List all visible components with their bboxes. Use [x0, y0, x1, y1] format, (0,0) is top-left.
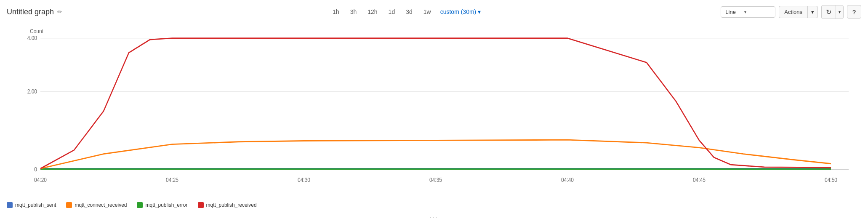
y-tick-4: 4.00 [27, 35, 37, 41]
custom-arrow: ▾ [478, 8, 481, 15]
legend-item-sent: mqtt_publish_sent [7, 202, 56, 208]
help-icon: ? [852, 8, 856, 16]
title-area: Untitled graph ✏ [7, 8, 91, 16]
chart-svg: Count 4.00 2.00 0 04:20 04:25 04:30 04:3… [7, 24, 861, 199]
time-range-area: 1h 3h 12h 1d 3d 1w custom (30m) ▾ [91, 8, 721, 16]
x-tick-0445: 04:45 [693, 176, 706, 183]
legend-label-sent: mqtt_publish_sent [15, 202, 56, 208]
bottom-handle[interactable]: ··· [0, 212, 868, 224]
legend-dot-received [198, 202, 204, 208]
legend-dot-error [137, 202, 143, 208]
time-btn-1d[interactable]: 1d [387, 8, 397, 16]
graph-container: Untitled graph ✏ 1h 3h 12h 1d 3d 1w cust… [0, 0, 868, 224]
actions-label: Actions [779, 6, 808, 18]
legend-item-error: mqtt_publish_error [137, 202, 187, 208]
time-btn-3d[interactable]: 3d [404, 8, 414, 16]
y-axis-label: Count [30, 28, 43, 35]
actions-button[interactable]: Actions ▾ [779, 6, 818, 18]
legend-item-connect: mqtt_connect_received [66, 202, 127, 208]
y-tick-0: 0 [34, 166, 37, 173]
legend-label-error: mqtt_publish_error [145, 202, 187, 208]
header: Untitled graph ✏ 1h 3h 12h 1d 3d 1w cust… [0, 0, 868, 24]
custom-label: custom (30m) [440, 8, 477, 15]
chart-type-dropdown[interactable]: Line ▾ [721, 6, 775, 18]
legend-label-connect: mqtt_connect_received [75, 202, 127, 208]
legend-item-received: mqtt_publish_received [198, 202, 257, 208]
legend-label-received: mqtt_publish_received [206, 202, 257, 208]
chart-area: Count 4.00 2.00 0 04:20 04:25 04:30 04:3… [0, 24, 868, 199]
handle-icon: ··· [430, 214, 439, 221]
line-connect [40, 140, 831, 168]
controls-area: Line ▾ Actions ▾ ↻ ▾ ? [721, 5, 861, 19]
time-btn-1w[interactable]: 1w [422, 8, 433, 16]
x-tick-0450: 04:50 [825, 176, 837, 183]
graph-title: Untitled graph [7, 8, 54, 16]
x-tick-0440: 04:40 [561, 176, 574, 183]
x-tick-0425: 04:25 [166, 176, 178, 183]
actions-arrow: ▾ [808, 6, 817, 18]
edit-icon[interactable]: ✏ [57, 8, 62, 15]
y-tick-2: 2.00 [27, 88, 37, 95]
x-tick-0430: 04:30 [298, 176, 310, 183]
refresh-button[interactable]: ↻ ▾ [821, 5, 844, 19]
time-btn-3h[interactable]: 3h [349, 8, 359, 16]
legend-dot-connect [66, 202, 72, 208]
time-btn-1h[interactable]: 1h [331, 8, 341, 16]
x-tick-0420: 04:20 [34, 176, 47, 183]
legend: mqtt_publish_sent mqtt_connect_received … [0, 199, 868, 212]
time-btn-custom[interactable]: custom (30m) ▾ [440, 8, 481, 15]
x-tick-0435: 04:35 [429, 176, 442, 183]
refresh-icon: ↻ [822, 5, 836, 19]
legend-dot-sent [7, 202, 13, 208]
chart-type-chevron: ▾ [744, 10, 746, 14]
refresh-arrow: ▾ [836, 7, 843, 17]
time-btn-12h[interactable]: 12h [366, 8, 379, 16]
help-button[interactable]: ? [847, 5, 861, 19]
chart-type-label: Line [725, 9, 736, 15]
